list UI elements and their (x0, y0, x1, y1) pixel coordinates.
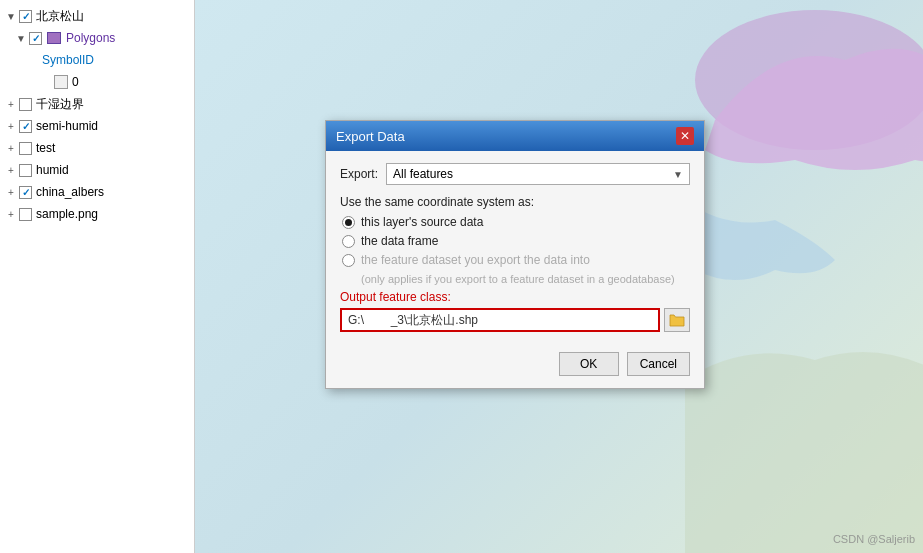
expander-icon[interactable]: + (4, 163, 18, 177)
layer-label: china_albers (36, 183, 104, 201)
file-path-input[interactable] (340, 308, 660, 332)
layer-item[interactable]: + china_albers (0, 181, 194, 203)
coord-section-label: Use the same coordinate system as: (340, 195, 690, 209)
symbol-swatch-row: 0 (0, 71, 194, 93)
radio-button-2[interactable] (342, 235, 355, 248)
radio-label-3: the feature dataset you export the data … (361, 253, 590, 267)
layer-item[interactable]: ▼ 北京松山 (0, 5, 194, 27)
symbol-value: 0 (72, 73, 79, 91)
expander-icon[interactable]: ▼ (4, 9, 18, 23)
app-container: ▼ 北京松山 ▼ Polygons SymbolID 0 + 千湿边界 (0, 0, 923, 553)
export-label: Export: (340, 167, 378, 181)
expander-icon[interactable]: + (4, 207, 18, 221)
layer-checkbox[interactable] (19, 142, 32, 155)
layer-checkbox[interactable] (19, 120, 32, 133)
radio-label-2: the data frame (361, 234, 438, 248)
layer-checkbox[interactable] (29, 32, 42, 45)
symbol-swatch (54, 75, 68, 89)
chevron-down-icon: ▼ (673, 169, 683, 180)
expander-icon[interactable]: + (4, 185, 18, 199)
layer-label: semi-humid (36, 117, 98, 135)
radio-row-1[interactable]: this layer's source data (340, 215, 690, 229)
layer-item[interactable]: + semi-humid (0, 115, 194, 137)
layer-label: 北京松山 (36, 7, 84, 25)
layer-item[interactable]: + test (0, 137, 194, 159)
layer-checkbox[interactable] (19, 98, 32, 111)
expander-icon[interactable]: + (4, 97, 18, 111)
dialog-close-button[interactable]: ✕ (676, 127, 694, 145)
layer-checkbox[interactable] (19, 208, 32, 221)
layer-item[interactable]: + 千湿边界 (0, 93, 194, 115)
export-dialog: Export Data ✕ Export: All features ▼ Use… (325, 120, 705, 389)
layer-checkbox[interactable] (19, 186, 32, 199)
radio-row-2[interactable]: the data frame (340, 234, 690, 248)
watermark: CSDN @Saljerib (833, 533, 915, 545)
dialog-title: Export Data (336, 129, 405, 144)
radio-sublabel-3: (only applies if you export to a feature… (340, 272, 690, 286)
file-input-row (340, 308, 690, 332)
expander-icon[interactable]: + (4, 119, 18, 133)
radio-button-1[interactable] (342, 216, 355, 229)
layer-panel: ▼ 北京松山 ▼ Polygons SymbolID 0 + 千湿边界 (0, 0, 195, 553)
cancel-button[interactable]: Cancel (627, 352, 690, 376)
export-dropdown[interactable]: All features ▼ (386, 163, 690, 185)
layer-label: humid (36, 161, 69, 179)
layer-item[interactable]: ▼ Polygons (0, 27, 194, 49)
layer-label: 千湿边界 (36, 95, 84, 113)
export-value: All features (393, 167, 453, 181)
folder-icon (669, 313, 685, 327)
export-row: Export: All features ▼ (340, 163, 690, 185)
dialog-footer: OK Cancel (326, 344, 704, 388)
map-area: Export Data ✕ Export: All features ▼ Use… (195, 0, 923, 553)
layer-item[interactable]: + humid (0, 159, 194, 181)
polygon-icon (46, 30, 62, 46)
layer-checkbox[interactable] (19, 10, 32, 23)
radio-button-3[interactable] (342, 254, 355, 267)
layer-label: Polygons (66, 29, 115, 47)
output-label: Output feature class: (340, 290, 690, 304)
layer-label: test (36, 139, 55, 157)
layer-item[interactable]: + sample.png (0, 203, 194, 225)
layer-label: sample.png (36, 205, 98, 223)
radio-label-1: this layer's source data (361, 215, 483, 229)
dialog-body: Export: All features ▼ Use the same coor… (326, 151, 704, 344)
browse-button[interactable] (664, 308, 690, 332)
symbol-id-label: SymbolID (42, 51, 94, 69)
dialog-titlebar: Export Data ✕ (326, 121, 704, 151)
layer-checkbox[interactable] (19, 164, 32, 177)
symbol-id-row: SymbolID (0, 49, 194, 71)
ok-button[interactable]: OK (559, 352, 619, 376)
expander-icon[interactable]: ▼ (14, 31, 28, 45)
radio-row-3[interactable]: the feature dataset you export the data … (340, 253, 690, 267)
expander-icon[interactable]: + (4, 141, 18, 155)
